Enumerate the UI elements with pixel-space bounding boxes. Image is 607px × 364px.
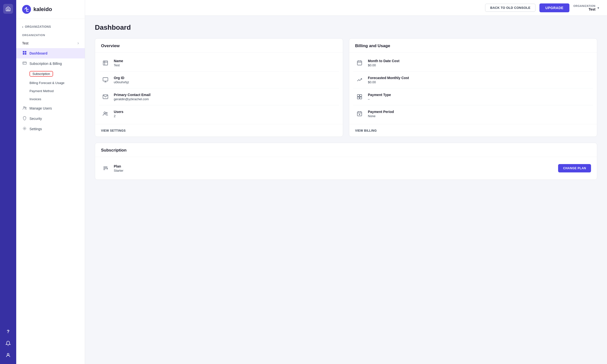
forecast-cost-content: Forecasted Monthly Cost $0.00 — [368, 76, 409, 84]
billing-row-forecast: Forecasted Monthly Cost $0.00 — [353, 71, 593, 88]
svg-rect-27 — [357, 97, 359, 99]
calendar2-icon — [355, 109, 364, 118]
svg-point-0 — [7, 353, 9, 355]
plan-row: Plan Starter CHANGE PLAN — [99, 159, 593, 178]
users-content: Users 2 — [114, 110, 123, 118]
svg-rect-29 — [357, 112, 362, 116]
org-dropdown-chevron — [597, 6, 599, 10]
payment-period-label: Payment Period — [368, 110, 394, 114]
email-content: Primary Contact Email geraldin@yzkrachel… — [114, 93, 150, 101]
svg-point-19 — [104, 112, 106, 114]
grid-icon — [355, 92, 364, 101]
svg-rect-5 — [25, 53, 26, 55]
security-label: Security — [29, 117, 42, 121]
org-selector[interactable]: ORGANIZATION Test — [573, 4, 599, 11]
email-value: geraldin@yzkrachel.com — [114, 97, 150, 101]
topbar: BACK TO OLD CONSOLE UPGRADE ORGANIZATION… — [85, 0, 607, 16]
sidebar-sub-item-billing-forecast[interactable]: Billing Forecast & Usage — [16, 79, 85, 87]
orgid-value: u0iouhxhjz — [114, 80, 129, 84]
overview-card-body: Name Test Org ID — [95, 53, 343, 124]
svg-rect-4 — [23, 53, 24, 55]
sidebar-item-security[interactable]: Security — [16, 113, 85, 124]
overview-row-orgid: Org ID u0iouhxhjz — [99, 71, 339, 88]
overview-row-users: Users 2 — [99, 105, 339, 122]
org-chevron-right — [77, 41, 79, 46]
page-content: Dashboard Overview — [85, 16, 607, 364]
subscription-card: Subscription Plan Starter — [95, 143, 597, 180]
building-icon — [101, 58, 110, 67]
name-value: Test — [114, 63, 123, 67]
svg-point-20 — [106, 112, 107, 114]
envelope-icon — [101, 92, 110, 101]
subscription-card-body: Plan Starter CHANGE PLAN — [95, 157, 597, 180]
app-logo-text: kaleido — [33, 6, 52, 13]
users-icon — [101, 109, 110, 118]
home-icon[interactable] — [3, 4, 13, 14]
monitor-icon — [101, 75, 110, 84]
email-label: Primary Contact Email — [114, 93, 150, 97]
billing-forecast-label: Billing Forecast & Usage — [29, 81, 64, 85]
orgid-content: Org ID u0iouhxhjz — [114, 76, 129, 84]
month-cost-value: $0.00 — [368, 63, 399, 67]
sidebar-item-manage-users[interactable]: Manage Users — [16, 103, 85, 113]
manage-users-icon — [22, 106, 27, 111]
back-to-console-button[interactable]: BACK TO OLD CONSOLE — [485, 4, 536, 12]
svg-rect-25 — [357, 95, 359, 97]
sidebar-sub-item-subscription[interactable]: Subscription — [16, 69, 85, 79]
org-info: ORGANIZATION Test — [573, 4, 595, 11]
payment-type-label: Payment Type — [368, 93, 391, 97]
sidebar-item-subscription-billing[interactable]: Subscription & Billing — [16, 58, 85, 69]
subscription-billing-label: Subscription & Billing — [29, 62, 62, 66]
view-billing-link[interactable]: VIEW BILLING — [355, 129, 377, 132]
subscription-card-title: Subscription — [95, 143, 597, 157]
sidebar-org-item[interactable]: Test — [16, 38, 85, 48]
sidebar-header: kaleido — [16, 0, 85, 19]
question-icon[interactable]: ? — [3, 327, 13, 336]
dashboard-label: Dashboard — [29, 51, 47, 55]
svg-rect-6 — [23, 62, 26, 65]
svg-rect-15 — [103, 78, 108, 81]
billing-card-title: Billing and Usage — [349, 39, 597, 53]
bell-icon[interactable] — [3, 338, 13, 348]
page-title: Dashboard — [95, 24, 597, 31]
icon-rail: ? — [0, 0, 16, 364]
svg-point-11 — [24, 128, 25, 129]
overview-card-footer: VIEW SETTINGS — [95, 124, 343, 137]
svg-rect-3 — [25, 51, 26, 53]
calendar-icon — [355, 58, 364, 67]
subscription-highlight-label: Subscription — [29, 71, 53, 77]
forecast-cost-value: $0.00 — [368, 80, 409, 84]
payment-type-value: – — [368, 97, 391, 101]
back-to-organizations[interactable]: ‹ ORGANIZATIONS — [16, 23, 85, 31]
svg-point-10 — [25, 107, 26, 108]
sidebar-section-title: ORGANIZATION — [16, 31, 85, 38]
billing-row-payment-type: Payment Type – — [353, 88, 593, 105]
payment-type-content: Payment Type – — [368, 93, 391, 101]
user-profile-icon[interactable] — [3, 350, 13, 360]
sidebar-sub-item-payment-method[interactable]: Payment Method — [16, 87, 85, 95]
invoices-label: Invoices — [29, 97, 41, 101]
billing-card-body: Month to Date Cost $0.00 Forecast — [349, 53, 597, 124]
svg-rect-26 — [360, 95, 362, 97]
chart-icon — [355, 75, 364, 84]
overview-row-name: Name Test — [99, 55, 339, 71]
main-content: BACK TO OLD CONSOLE UPGRADE ORGANIZATION… — [85, 0, 607, 364]
org-name: Test — [589, 7, 595, 11]
orgid-label: Org ID — [114, 76, 129, 80]
payment-method-label: Payment Method — [29, 89, 54, 93]
settings-label: Settings — [29, 127, 42, 131]
overview-card: Overview Name Test — [95, 38, 343, 137]
svg-rect-2 — [23, 51, 24, 53]
upgrade-button[interactable]: UPGRADE — [539, 3, 569, 12]
change-plan-button[interactable]: CHANGE PLAN — [558, 164, 591, 172]
sidebar-item-dashboard[interactable]: Dashboard — [16, 48, 85, 58]
sidebar-item-settings[interactable]: Settings — [16, 124, 85, 134]
payment-period-content: Payment Period None — [368, 110, 394, 118]
security-icon — [22, 116, 27, 121]
sidebar-sub-item-invoices[interactable]: Invoices — [16, 95, 85, 103]
view-settings-link[interactable]: VIEW SETTINGS — [101, 129, 126, 132]
svg-rect-21 — [357, 61, 362, 65]
plan-value: Starter — [114, 169, 554, 172]
billing-card: Billing and Usage Month to D — [349, 38, 597, 137]
billing-row-month: Month to Date Cost $0.00 — [353, 55, 593, 71]
